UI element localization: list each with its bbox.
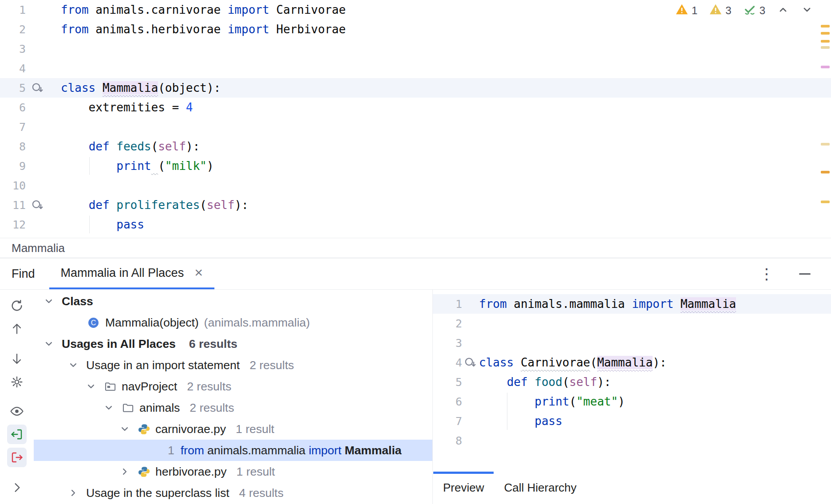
line-number[interactable]: 8 [0,140,26,153]
minimize-icon[interactable] [799,273,811,275]
settings-icon[interactable] [7,372,27,392]
chevron-down-icon[interactable] [43,295,62,307]
next-occurrence-icon[interactable] [7,349,27,369]
line-number[interactable]: 2 [0,23,26,36]
code-line-8[interactable]: 8 [433,431,831,450]
code-text: print ("milk") [61,159,214,173]
tree-row-carnivorae-py[interactable]: carnivorae.py1 result [34,418,432,440]
code-token: "milk" [165,159,207,173]
overridden-marker-icon[interactable] [31,199,49,212]
tree-row-usage-result[interactable]: 1from animals.mammalia import Mammalia [34,440,432,461]
code-line-6[interactable]: 6 print("meat") [433,392,831,411]
gutter: 8 [433,431,479,450]
tree-row-mammalia-object[interactable]: CMammalia(object)(animals.mammalia) [34,312,432,333]
code-line-9[interactable]: 9 print ("milk") [0,156,831,176]
line-number[interactable]: 5 [0,82,26,94]
breadcrumb-item[interactable]: Mammalia [12,241,65,255]
line-number[interactable]: 10 [0,179,26,192]
chevron-down-icon[interactable] [85,381,104,392]
line-number[interactable]: 8 [433,434,462,447]
line-number[interactable]: 3 [433,337,462,350]
tab-mammalia-in-all-places[interactable]: Mammalia in All Places × [49,258,214,289]
scroll-to-source-icon[interactable] [7,425,27,444]
tree-label: herbivorae.py [155,465,227,479]
preview-toggle-icon[interactable] [7,402,27,421]
expand-more-icon[interactable] [7,478,27,497]
line-number[interactable]: 3 [0,43,26,55]
code-line-2[interactable]: 2from animals.herbivorae import Herbivor… [0,20,831,39]
code-line-11[interactable]: 11 def proliferates(self): [0,195,831,215]
previous-occurrence-icon[interactable] [7,319,27,339]
chevron-right-icon[interactable] [119,466,138,477]
code-line-5[interactable]: 5class Mammalia(object): [0,78,831,98]
line-number[interactable]: 4 [433,356,462,369]
chevron-down-icon[interactable] [119,423,138,435]
code-token: from [61,3,89,16]
stripe-mark[interactable] [821,143,830,146]
tab-preview[interactable]: Preview [433,472,494,504]
line-number[interactable]: 5 [433,376,462,389]
line-number[interactable]: 7 [433,415,462,428]
stripe-mark[interactable] [821,40,830,43]
line-number[interactable]: 1 [433,298,462,311]
warnings-strong-indicator[interactable]: 1 [675,3,697,19]
code-line-3[interactable]: 3 [0,39,831,59]
code-line-2[interactable]: 2 [433,314,831,333]
more-options-icon[interactable]: ⋮ [759,266,774,281]
previous-problem-button[interactable] [777,4,789,18]
stripe-mark[interactable] [821,25,830,28]
stripe-mark[interactable] [821,201,830,203]
line-number[interactable]: 6 [433,395,462,408]
stripe-mark[interactable] [821,171,830,173]
tree-row-class[interactable]: Class [34,291,432,312]
stripe-mark[interactable] [821,32,830,35]
inspections-ok-indicator[interactable]: 3 [743,3,765,19]
tab-call-hierarchy[interactable]: Call Hierarchy [494,472,586,504]
line-number[interactable]: 11 [0,199,26,212]
code-line-5[interactable]: 5 def food(self): [433,372,831,392]
line-number[interactable]: 2 [433,317,462,330]
tree-row-animals[interactable]: animals2 results [34,397,432,418]
line-number[interactable]: 6 [0,101,26,114]
next-problem-button[interactable] [801,4,813,18]
exclude-icon[interactable] [7,448,27,467]
ide-window: 1from animals.carnivorae import Carnivor… [0,0,831,504]
code-line-10[interactable]: 10 [0,176,831,195]
tree-row-usage-in-the-superclass-list[interactable]: Usage in the superclass list4 results [34,482,432,504]
refresh-icon[interactable] [7,296,27,315]
line-number[interactable]: 9 [0,160,26,173]
chevron-right-icon[interactable] [67,487,86,499]
chevron-down-icon[interactable] [67,359,86,371]
overridden-marker-icon[interactable] [464,356,478,369]
tree-row-navproject[interactable]: navProject2 results [34,376,432,397]
stripe-mark[interactable] [821,66,830,68]
overridden-marker-icon[interactable] [31,82,49,94]
tree-row-herbivorae-py[interactable]: herbivorae.py1 result [34,461,432,482]
code-line-7[interactable]: 7 pass [433,411,831,431]
chevron-down-icon[interactable] [103,402,122,413]
line-number[interactable]: 7 [0,121,26,134]
close-icon[interactable]: × [194,265,203,280]
result-count: 4 results [239,486,284,500]
tree-row-usage-in-an-import-statement[interactable]: Usage in an import statement2 results [34,354,432,376]
code-line-4[interactable]: 4class Carnivorae(Mammalia): [433,353,831,372]
warnings-weak-indicator[interactable]: 3 [709,3,731,19]
chevron-down-icon[interactable] [43,338,62,350]
line-number[interactable]: 1 [0,4,26,16]
code-line-4[interactable]: 4 [0,59,831,78]
code-line-1[interactable]: 1from animals.mammalia import Mammalia [433,294,831,314]
stripe-mark[interactable] [821,46,830,49]
code-token: Mammalia [344,444,401,457]
code-line-6[interactable]: 6 extremities = 4 [0,98,831,117]
code-token: feeds [116,140,151,153]
code-token: pass [116,218,144,231]
code-line-8[interactable]: 8 def feeds(self): [0,137,831,156]
line-number[interactable]: 4 [0,62,26,75]
code-line-12[interactable]: 12 pass [0,215,831,234]
tree-row-usages-in-all-places[interactable]: Usages in All Places6 results [34,333,432,354]
line-number[interactable]: 12 [0,218,26,231]
code-line-7[interactable]: 7 [0,117,831,137]
error-stripe[interactable] [819,0,831,238]
foldermodule-icon [104,380,122,393]
code-line-3[interactable]: 3 [433,333,831,353]
